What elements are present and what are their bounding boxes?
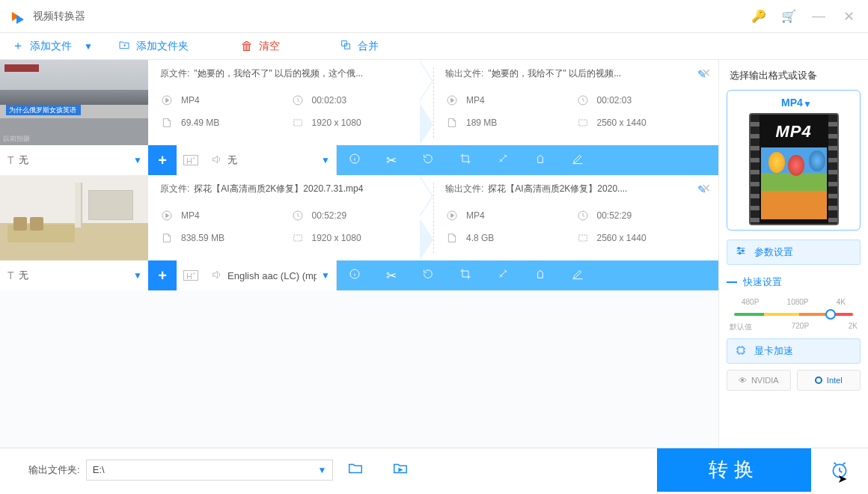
output-duration: 00:52:29 [597,210,632,221]
output-folder-select[interactable]: E:\ ▼ [86,460,334,481]
info-button[interactable] [349,153,361,168]
crop-button[interactable] [459,268,471,284]
schedule-button[interactable]: ➤ [811,448,868,492]
item-toolbar: T 无 ▼ + H+ English aac (LC) (mp ▼ ✂ [0,260,718,290]
cut-button[interactable]: ✂ [386,268,397,284]
window-close-button[interactable]: ✕ [834,0,864,33]
video-thumbnail[interactable] [0,175,148,260]
output-format-card[interactable]: MP4 ▼ MP4 [727,90,861,231]
source-info: 原文件: "她要的，我给不了" 以后的视频，这个俄... MP4 00:02:0… [148,60,433,145]
source-resolution: 1920 x 1080 [312,118,361,128]
resolution-icon [291,116,305,129]
intel-logo-icon [815,376,822,384]
audio-select[interactable]: 无 ▼ [205,145,337,175]
add-folder-label: 添加文件夹 [136,40,189,53]
remove-item-button[interactable]: ✕ [701,66,711,80]
convert-button[interactable]: 转换 [657,448,811,492]
titlebar: 视频转换器 🔑 🛒 — ✕ [0,0,868,33]
output-format-label: MP4 [781,95,803,113]
format-preview-icon: MP4 [749,113,839,225]
effects-button[interactable] [497,153,509,168]
hd-indicator: H+ [177,260,205,290]
slider-label: 4K [837,298,846,306]
slider-label: 默认值 [730,322,752,332]
edit-button[interactable] [572,268,584,284]
merge-button[interactable]: 合并 [335,39,383,54]
audio-select[interactable]: English aac (LC) (mp ▼ [205,260,337,290]
output-file-label: 输出文件: [445,67,483,80]
svg-point-17 [742,250,744,252]
remove-item-button[interactable]: ✕ [701,181,711,195]
slider-label: 720P [792,322,809,332]
subtitle-select[interactable]: T 无 ▼ [0,260,148,290]
add-file-button[interactable]: ＋ 添加文件 [7,38,76,54]
subtitle-icon: T [7,154,14,166]
params-button[interactable]: 参数设置 [727,240,861,265]
nvidia-chip[interactable]: 👁NVIDIA [727,370,791,391]
cut-button[interactable]: ✂ [386,153,397,168]
rotate-button[interactable] [422,268,434,284]
folder-plus-icon [118,39,130,54]
source-format: MP4 [181,95,200,106]
media-folder-button[interactable] [378,460,423,480]
slider-label: 2K [849,322,858,332]
subtitle-select[interactable]: T 无 ▼ [0,145,148,175]
source-size: 838.59 MB [181,233,224,243]
chevron-down-icon: ▼ [133,270,142,281]
slider-thumb[interactable] [825,309,836,320]
gpu-accel-label: 显卡加速 [754,344,793,358]
nvidia-label: NVIDIA [751,376,779,385]
info-button[interactable] [349,268,361,284]
add-file-dropdown[interactable]: ▼ [84,41,93,52]
quality-slider[interactable]: 480P 1080P 4K 默认值 720P 2K [730,296,858,332]
source-format: MP4 [181,210,200,221]
video-item: 为什么俄罗斯女孩英语这么好? 以前拍摄 原文件: "她要的，我给不了" 以后的视… [0,60,718,175]
chevron-down-icon: ▼ [803,99,855,109]
chevron-down-icon: ▼ [133,155,142,165]
gpu-accel-button[interactable]: 显卡加速 [727,338,861,364]
source-size: 69.49 MB [181,118,219,128]
main-toolbar: ＋ 添加文件 ▼ 添加文件夹 🗑 清空 合并 [0,33,868,60]
shopping-cart-icon[interactable]: 🛒 [774,0,804,33]
license-key-icon[interactable]: 🔑 [744,0,774,33]
svg-rect-0 [342,40,347,46]
output-info: ✕ 输出文件: 探花【AI高清画质2K修复】2020.... ✎ MP4 00:… [433,175,718,260]
watermark-button[interactable] [534,153,546,168]
window-minimize-button[interactable]: — [804,0,834,33]
add-subtitle-button[interactable]: + [148,260,177,290]
video-list: 为什么俄罗斯女孩英语这么好? 以前拍摄 原文件: "她要的，我给不了" 以后的视… [0,60,718,448]
svg-rect-7 [578,120,587,126]
clear-button[interactable]: 🗑 清空 [236,40,284,53]
add-subtitle-button[interactable]: + [148,145,177,175]
output-folder-label: 输出文件夹: [0,463,86,477]
convert-label: 转换 [709,457,760,483]
output-resolution: 2560 x 1440 [597,118,647,128]
output-file-name: 探花【AI高清画质2K修复】2020.... [488,183,627,195]
video-thumbnail[interactable]: 为什么俄罗斯女孩英语这么好? 以前拍摄 [0,60,148,145]
intel-chip[interactable]: Intel [797,370,861,391]
params-label: 参数设置 [754,246,793,259]
effects-button[interactable] [497,268,509,284]
svg-rect-4 [293,120,302,126]
open-folder-button[interactable] [333,460,378,480]
output-resolution: 2560 x 1440 [597,233,647,243]
output-file-label: 输出文件: [445,183,483,195]
source-file-name: "她要的，我给不了" 以后的视频，这个俄... [194,67,363,80]
output-folder-path: E:\ [93,464,105,475]
crop-button[interactable] [459,153,471,168]
source-info: 原文件: 探花【AI高清画质2K修复】2020.7.31.mp4 MP4 00:… [148,175,433,260]
app-logo [10,9,25,24]
add-folder-button[interactable]: 添加文件夹 [114,39,193,54]
clock-icon [291,94,305,107]
trash-icon: 🗑 [241,40,253,53]
side-panel: 选择输出格式或设备 MP4 ▼ MP4 参数设置 快速设置 480P 1080P [718,60,868,448]
subtitle-value: 无 [19,153,28,167]
output-format: MP4 [466,210,485,221]
rotate-button[interactable] [422,153,434,168]
bottom-bar: 输出文件夹: E:\ ▼ 转换 ➤ [0,448,868,491]
audio-value: English aac (LC) (mp [227,270,317,281]
filesize-icon [445,231,459,245]
watermark-button[interactable] [534,268,546,284]
edit-button[interactable] [572,153,584,168]
svg-point-18 [739,252,741,254]
